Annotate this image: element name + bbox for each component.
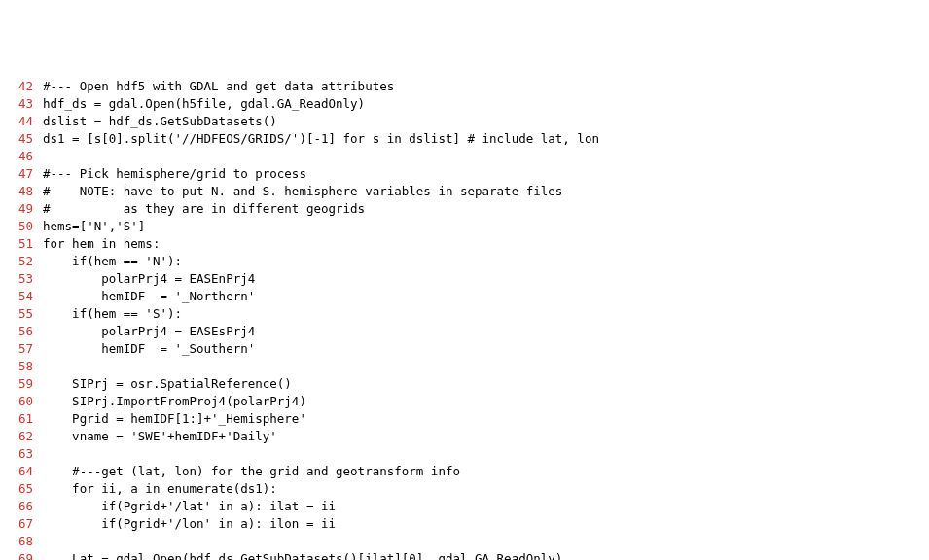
line-number: 45 [12, 130, 33, 148]
line-number: 48 [12, 183, 33, 200]
line-text: #--- Open hdf5 with GDAL and get data at… [43, 78, 394, 95]
line-number: 60 [12, 393, 33, 410]
code-line: 62 vname = 'SWE'+hemIDF+'Daily' [12, 428, 917, 445]
code-line: 61 Pgrid = hemIDF[1:]+'_Hemisphere' [12, 410, 917, 428]
line-number: 66 [12, 498, 33, 515]
line-text: hemIDF = '_Southern' [43, 340, 255, 358]
code-line: 54 hemIDF = '_Northern' [12, 288, 917, 305]
code-line: 42#--- Open hdf5 with GDAL and get data … [12, 78, 917, 95]
code-line: 67 if(Pgrid+'/lon' in a): ilon = ii [12, 515, 917, 533]
line-text: vname = 'SWE'+hemIDF+'Daily' [43, 428, 277, 445]
line-number: 54 [12, 288, 33, 305]
code-line: 47#--- Pick hemisphere/grid to process [12, 165, 917, 183]
code-line: 55 if(hem == 'S'): [12, 305, 917, 323]
line-number: 51 [12, 235, 33, 253]
line-number: 59 [12, 375, 33, 393]
line-number: 63 [12, 445, 33, 463]
line-text: hemIDF = '_Northern' [43, 288, 255, 305]
line-text: Lat = gdal.Open(hdf_ds.GetSubDatasets()[… [43, 550, 562, 560]
code-line: 65 for ii, a in enumerate(ds1): [12, 480, 917, 498]
line-number: 44 [12, 113, 33, 130]
line-number: 52 [12, 253, 33, 270]
line-text: for hem in hems: [43, 235, 160, 253]
code-line: 56 polarPrj4 = EASEsPrj4 [12, 323, 917, 340]
code-line: 49# as they are in different geogrids [12, 200, 917, 218]
line-number: 43 [12, 95, 33, 113]
code-line: 58 [12, 358, 917, 375]
line-text: dslist = hdf_ds.GetSubDatasets() [43, 113, 277, 130]
line-text: if(hem == 'S'): [43, 305, 182, 323]
code-line: 50hems=['N','S'] [12, 218, 917, 235]
code-line: 52 if(hem == 'N'): [12, 253, 917, 270]
line-text: if(hem == 'N'): [43, 253, 182, 270]
line-text: SIPrj.ImportFromProj4(polarPrj4) [43, 393, 306, 410]
line-text: hdf_ds = gdal.Open(h5file, gdal.GA_ReadO… [43, 95, 365, 113]
code-block: 42#--- Open hdf5 with GDAL and get data … [12, 78, 917, 560]
code-line: 51for hem in hems: [12, 235, 917, 253]
line-text: #---get (lat, lon) for the grid and geot… [43, 463, 460, 480]
code-line: 43hdf_ds = gdal.Open(h5file, gdal.GA_Rea… [12, 95, 917, 113]
code-line: 53 polarPrj4 = EASEnPrj4 [12, 270, 917, 288]
line-text: hems=['N','S'] [43, 218, 145, 235]
line-text: for ii, a in enumerate(ds1): [43, 480, 277, 498]
line-text: ds1 = [s[0].split('//HDFEOS/GRIDS/')[-1]… [43, 130, 599, 148]
line-number: 61 [12, 410, 33, 428]
line-number: 65 [12, 480, 33, 498]
line-number: 49 [12, 200, 33, 218]
code-line: 44dslist = hdf_ds.GetSubDatasets() [12, 113, 917, 130]
line-number: 64 [12, 463, 33, 480]
line-number: 56 [12, 323, 33, 340]
code-line: 60 SIPrj.ImportFromProj4(polarPrj4) [12, 393, 917, 410]
line-text: if(Pgrid+'/lat' in a): ilat = ii [43, 498, 336, 515]
line-number: 50 [12, 218, 33, 235]
code-line: 46 [12, 148, 917, 165]
line-number: 42 [12, 78, 33, 95]
line-number: 68 [12, 533, 33, 550]
line-number: 58 [12, 358, 33, 375]
code-line: 45ds1 = [s[0].split('//HDFEOS/GRIDS/')[-… [12, 130, 917, 148]
code-line: 57 hemIDF = '_Southern' [12, 340, 917, 358]
line-text: #--- Pick hemisphere/grid to process [43, 165, 306, 183]
line-number: 69 [12, 550, 33, 560]
code-line: 66 if(Pgrid+'/lat' in a): ilat = ii [12, 498, 917, 515]
code-line: 68 [12, 533, 917, 550]
line-number: 62 [12, 428, 33, 445]
code-line: 48# NOTE: have to put N. and S. hemisphe… [12, 183, 917, 200]
line-number: 53 [12, 270, 33, 288]
line-number: 67 [12, 515, 33, 533]
line-text: polarPrj4 = EASEnPrj4 [43, 270, 255, 288]
line-text: Pgrid = hemIDF[1:]+'_Hemisphere' [43, 410, 306, 428]
code-line: 64 #---get (lat, lon) for the grid and g… [12, 463, 917, 480]
line-number: 47 [12, 165, 33, 183]
line-text: # as they are in different geogrids [43, 200, 365, 218]
line-number: 57 [12, 340, 33, 358]
line-number: 55 [12, 305, 33, 323]
code-line: 63 [12, 445, 917, 463]
line-text: SIPrj = osr.SpatialReference() [43, 375, 292, 393]
code-line: 59 SIPrj = osr.SpatialReference() [12, 375, 917, 393]
line-text: if(Pgrid+'/lon' in a): ilon = ii [43, 515, 336, 533]
line-text: # NOTE: have to put N. and S. hemisphere… [43, 183, 562, 200]
line-number: 46 [12, 148, 33, 165]
code-line: 69 Lat = gdal.Open(hdf_ds.GetSubDatasets… [12, 550, 917, 560]
line-text: polarPrj4 = EASEsPrj4 [43, 323, 255, 340]
